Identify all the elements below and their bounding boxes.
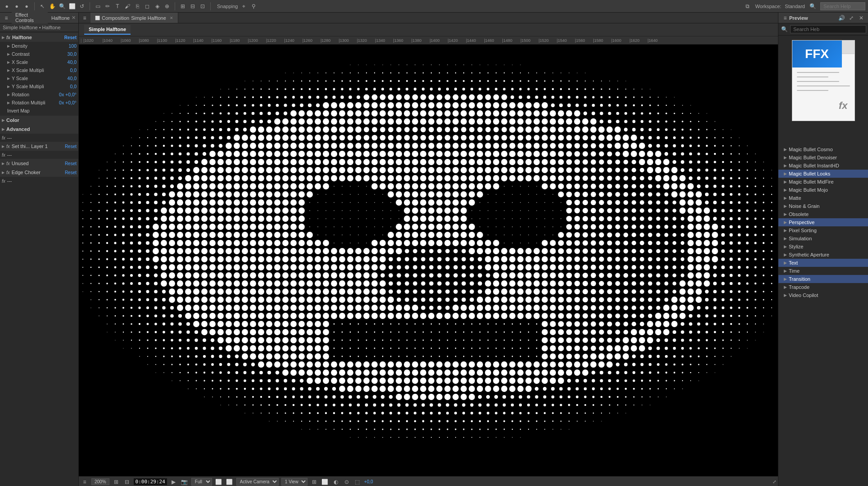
- contrast-expand: ▶: [7, 52, 11, 56]
- fx-sub-1-label: ---: [7, 135, 77, 140]
- grid-icon[interactable]: ⊟: [123, 478, 131, 486]
- set-thi-header[interactable]: ▶ fx Set thi... Layer 1 Reset: [0, 142, 78, 151]
- eraser-tool-icon[interactable]: ◻: [143, 2, 151, 10]
- panel-close-icon[interactable]: ✕: [72, 15, 76, 21]
- screen-icon[interactable]: ⧉: [743, 2, 751, 10]
- exposure-icon[interactable]: ◐: [332, 478, 340, 486]
- effects-item-10[interactable]: ▶Pixel Sorting: [778, 226, 868, 234]
- align-icon[interactable]: ⊞: [179, 2, 187, 10]
- advanced-group-header[interactable]: ▶ Advanced: [0, 125, 78, 134]
- ruler-1340: |1340: [375, 38, 385, 43]
- comp-tab-composition[interactable]: ⬜ Composition Simple Halftone ✕: [90, 13, 178, 23]
- effects-item-12[interactable]: ▶Stylize: [778, 243, 868, 251]
- effects-item-name-15: Time: [789, 268, 800, 274]
- effects-item-16[interactable]: ▶Transition: [778, 275, 868, 283]
- viewer-menu-icon[interactable]: ≡: [81, 478, 89, 486]
- preview-expand-icon[interactable]: ⤢: [847, 14, 855, 22]
- effects-item-15[interactable]: ▶Time: [778, 267, 868, 275]
- effects-item-9[interactable]: ▶Perspective: [778, 218, 868, 226]
- mask-pen-icon[interactable]: ✏: [104, 2, 112, 10]
- resolution-select[interactable]: Full Half: [191, 478, 212, 486]
- set-thi-reset[interactable]: Reset: [65, 144, 77, 149]
- preview-menu-icon[interactable]: ≡: [781, 14, 789, 22]
- close-button[interactable]: ●: [3, 2, 11, 10]
- effect-controls-tab[interactable]: Effect Controls: [12, 11, 48, 25]
- effects-item-17[interactable]: ▶Trapcode: [778, 283, 868, 291]
- res-icon[interactable]: ⬜: [215, 478, 223, 486]
- fit-icon[interactable]: ⊞: [112, 478, 120, 486]
- xscale-value[interactable]: 40,0: [68, 59, 77, 65]
- preview-close-icon[interactable]: ✕: [857, 14, 865, 22]
- zoom-select[interactable]: 200%: [91, 478, 109, 485]
- search-icon[interactable]: 🔍: [809, 2, 817, 10]
- magnet-icon[interactable]: ⚲: [250, 2, 258, 10]
- effects-item-11[interactable]: ▶Simulation: [778, 234, 868, 243]
- preview-panel-header: ≡ Preview 🔊 ⤢ ✕: [778, 13, 868, 23]
- effects-item-1[interactable]: ▶Magic Bullet Denoiser: [778, 153, 868, 162]
- arrow-tool-icon[interactable]: ↖: [38, 2, 46, 10]
- effects-item-18[interactable]: ▶Video Copilot: [778, 291, 868, 299]
- effects-item-2[interactable]: ▶Magic Bullet InstantHD: [778, 162, 868, 170]
- mask-rect-icon[interactable]: ▭: [94, 2, 102, 10]
- snapping-icon[interactable]: ⌖: [240, 2, 248, 10]
- effects-item-14[interactable]: ▶Text: [778, 259, 868, 267]
- yscale-value[interactable]: 40,0: [68, 76, 77, 81]
- effects-search-icon[interactable]: 🔍: [780, 25, 788, 33]
- zoom-tool-icon[interactable]: 🔍: [58, 2, 66, 10]
- unused-reset[interactable]: Reset: [65, 161, 77, 166]
- effects-item-4[interactable]: ▶Magic Bullet MidFire: [778, 178, 868, 186]
- fx-sub-1: fx ---: [0, 134, 78, 142]
- panel-menu-icon[interactable]: ≡: [3, 14, 10, 22]
- roto-tool-icon[interactable]: ◈: [153, 2, 161, 10]
- effects-item-7[interactable]: ▶Noise & Grain: [778, 202, 868, 210]
- rotation-multi-value[interactable]: 0x +0,0°: [59, 100, 77, 105]
- viewer-expand-icon[interactable]: ⤢: [773, 479, 776, 484]
- view-select[interactable]: 1 View: [281, 478, 307, 486]
- rotation-value[interactable]: 0x +0,0°: [59, 92, 77, 97]
- puppet-tool-icon[interactable]: ⊕: [163, 2, 171, 10]
- transform-icon[interactable]: ⊡: [199, 2, 207, 10]
- xscale-multi-value[interactable]: 0,0: [70, 68, 77, 73]
- distribute-icon[interactable]: ⊟: [189, 2, 197, 10]
- edge-choker-reset[interactable]: Reset: [65, 170, 77, 175]
- hand-tool-icon[interactable]: ✋: [48, 2, 56, 10]
- text-tool-icon[interactable]: T: [113, 2, 122, 10]
- halftone-reset-button[interactable]: Reset: [64, 35, 77, 40]
- effects-item-13[interactable]: ▶Synthetic Aperture: [778, 251, 868, 259]
- unused-header[interactable]: ▶ fx Unused Reset: [0, 159, 78, 168]
- comp-tab-close[interactable]: ✕: [170, 16, 173, 20]
- camera-select[interactable]: Active Camera: [236, 478, 279, 486]
- halftone-effect-header[interactable]: ▶ fx Halftone Reset: [0, 33, 78, 42]
- orbit-tool-icon[interactable]: ↺: [78, 2, 86, 10]
- pixel-ratio-icon[interactable]: ⬜: [321, 478, 329, 486]
- view-layout-icon[interactable]: ⊞: [310, 478, 318, 486]
- center-panel: ≡ ⬜ Composition Simple Halftone ✕ Simple…: [79, 13, 778, 486]
- density-value[interactable]: 100: [68, 43, 77, 49]
- ruler-1520: |1520: [538, 38, 548, 43]
- effects-item-8[interactable]: ▶Obsolete: [778, 210, 868, 218]
- clone-tool-icon[interactable]: ⎘: [133, 2, 141, 10]
- effects-item-3[interactable]: ▶Magic Bullet Looks: [778, 170, 868, 178]
- ruler-ticks: |1020 |1040 |1060 |1080 |1100 |1120 |114…: [83, 38, 776, 43]
- playback-icon[interactable]: ▶: [170, 478, 178, 486]
- timecode-display[interactable]: 0:00:29:24: [134, 478, 167, 485]
- yscale-multi-value[interactable]: 0,0: [70, 84, 77, 89]
- color-group-header[interactable]: ▶ Color: [0, 116, 78, 125]
- minimize-button[interactable]: ●: [13, 2, 21, 10]
- snapshot-icon[interactable]: 📷: [181, 478, 189, 486]
- camera-tool-icon[interactable]: ⬜: [68, 2, 76, 10]
- effects-search-input[interactable]: [790, 25, 866, 33]
- roi-icon[interactable]: ⬜: [226, 478, 234, 486]
- effects-item-5[interactable]: ▶Magic Bullet Mojo: [778, 186, 868, 194]
- effects-item-0[interactable]: ▶Magic Bullet Cosmo: [778, 145, 868, 153]
- brush-tool-icon[interactable]: 🖌: [123, 2, 131, 10]
- preview-vol-icon[interactable]: 🔊: [837, 14, 845, 22]
- transparency-icon[interactable]: ⬚: [353, 478, 362, 486]
- contrast-value[interactable]: 30,0: [68, 51, 77, 57]
- search-input[interactable]: [820, 2, 865, 10]
- comp-panel-menu-icon[interactable]: ≡: [81, 14, 89, 22]
- effects-item-6[interactable]: ▶Matte: [778, 194, 868, 202]
- color-correct-icon[interactable]: ⊙: [343, 478, 351, 486]
- edge-choker-header[interactable]: ▶ fx Edge Choker Reset: [0, 168, 78, 177]
- maximize-button[interactable]: ●: [23, 2, 31, 10]
